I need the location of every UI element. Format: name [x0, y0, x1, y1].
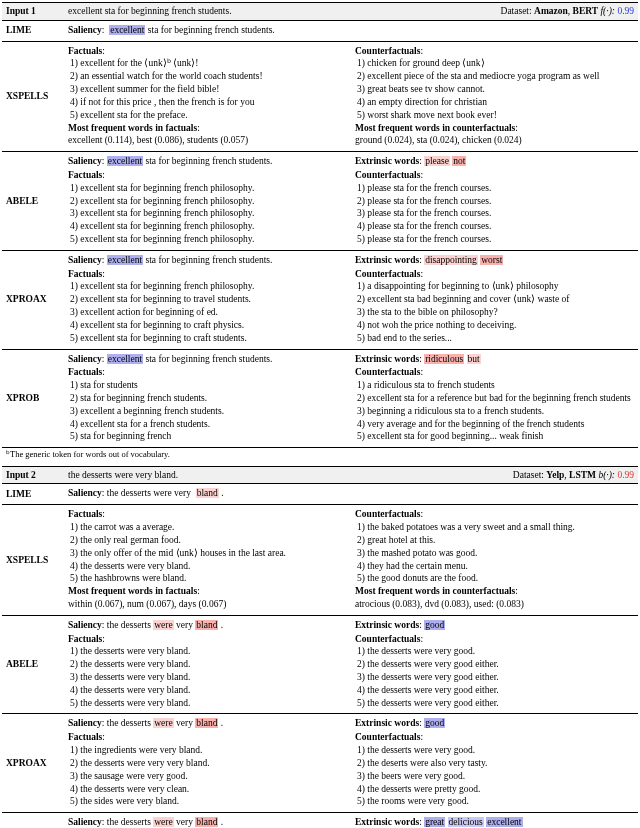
- list-cf: 1) the desserts were very good.2) the de…: [355, 744, 634, 808]
- list-cf: 1) a ridiculous sta to french students2)…: [355, 379, 634, 443]
- xprob1-left: Saliency: excellent sta for beginning fr…: [64, 349, 351, 448]
- list-item: 2) excellent sta for beginning french ph…: [68, 195, 347, 208]
- method-lime-2: LIME: [2, 484, 64, 505]
- list-item: 4) the desserts were very bland.: [68, 560, 347, 573]
- list-item: 5) bad end to the series...: [355, 332, 634, 345]
- list-fact: 1) the desserts were very bland.2) the d…: [68, 645, 347, 709]
- method-xproax-2: XPROAX: [2, 714, 64, 813]
- method-xprob-2: XPROB: [2, 813, 64, 828]
- list-item: 5) please sta for the french courses.: [355, 233, 634, 246]
- input1-meta: Dataset: Amazon, BERT f(·): 0.99: [351, 3, 638, 21]
- saliency-token: bland: [195, 718, 218, 728]
- list-item: 1) please sta for the french courses.: [355, 182, 634, 195]
- list-item: 4) if not for this price , then the fren…: [68, 96, 347, 109]
- list-item: 4) please sta for the french courses.: [355, 220, 634, 233]
- list-item: 1) sta for students: [68, 379, 347, 392]
- list-item: 2) excellent sta bad beginning and cover…: [355, 293, 634, 306]
- extrinsic-word: worst: [480, 255, 503, 265]
- list-item: 2) the deserts were also very tasty.: [355, 757, 634, 770]
- xspells1-left: Factuals: 1) excellent for the ⟨unk⟩ᵇ ⟨u…: [64, 41, 351, 152]
- list-item: 1) the desserts were very good.: [355, 645, 634, 658]
- input2-label: Input 2: [2, 466, 64, 484]
- list-item: 3) the sausage were very good.: [68, 770, 347, 783]
- list-fact: 1) excellent sta for beginning french ph…: [68, 280, 347, 344]
- list-item: 3) the desserts were very bland.: [68, 671, 347, 684]
- xprob2-right: Extrinsic words: great delicious excelle…: [351, 813, 638, 828]
- input2-meta: Dataset: Yelp, LSTM b(·): 0.99: [351, 466, 638, 484]
- list-item: 4) excellent sta for a french students.: [68, 418, 347, 431]
- method-abele-1: ABELE: [2, 152, 64, 251]
- list-item: 5) the hashbrowns were bland.: [68, 572, 347, 585]
- saliency-token: were: [153, 620, 173, 630]
- list-fact: 1) excellent sta for beginning french ph…: [68, 182, 347, 246]
- extrinsic-word: ridiculous: [424, 354, 464, 364]
- list-item: 2) great hotel at this.: [355, 534, 634, 547]
- saliency-token: .: [221, 817, 223, 827]
- table-1: Input 1 excellent sta for beginning fren…: [2, 2, 638, 462]
- list-item: 1) a ridiculous sta to french students: [355, 379, 634, 392]
- abele1-right: Extrinsic words: please not Counterfactu…: [351, 152, 638, 251]
- list-fact: 1) the ingredients were very bland.2) th…: [68, 744, 347, 808]
- extrinsic-word: not: [452, 156, 466, 166]
- list-item: 3) the only offer of the mid ⟨unk⟩ house…: [68, 547, 347, 560]
- list-item: 4) not woh the price nothing to deceivin…: [355, 319, 634, 332]
- list-item: 2) the desserts were very very bland.: [68, 757, 347, 770]
- list-item: 5) excellent sta for beginning to craft …: [68, 332, 347, 345]
- list-item: 4) an empty direction for christian: [355, 96, 634, 109]
- xspells2-left: Factuals: 1) the carrot was a average.2)…: [64, 505, 351, 616]
- extrinsic-word: good: [424, 620, 445, 630]
- list-fact: 1) excellent for the ⟨unk⟩ᵇ ⟨unk⟩!2) an …: [68, 57, 347, 121]
- list-item: 1) excellent sta for beginning french ph…: [68, 280, 347, 293]
- list-item: 4) the desserts were very good either.: [355, 684, 634, 697]
- abele1-left: Saliency: excellent sta for beginning fr…: [64, 152, 351, 251]
- xspells2-right: Counterfactuals: 1) the baked potatoes w…: [351, 505, 638, 616]
- list-item: 1) the carrot was a average.: [68, 521, 347, 534]
- method-xprob-1: XPROB: [2, 349, 64, 448]
- list-item: 4) excellent sta for beginning french ph…: [68, 220, 347, 233]
- list-item: 4) very average and for the beginning of…: [355, 418, 634, 431]
- list-item: 3) the beers were very good.: [355, 770, 634, 783]
- xspells1-right: Counterfactuals: 1) chicken for ground d…: [351, 41, 638, 152]
- saliency-token: .: [221, 718, 223, 728]
- list-item: 3) beginning a ridiculous sta to a frenc…: [355, 405, 634, 418]
- list-item: 3) great beats see tv show cannot.: [355, 83, 634, 96]
- extrinsic-word: great: [424, 817, 445, 827]
- list-item: 1) chicken for ground deep ⟨unk⟩: [355, 57, 634, 70]
- saliency-token: very: [176, 718, 193, 728]
- list-item: 1) excellent sta for beginning french ph…: [68, 182, 347, 195]
- xproax2-right: Extrinsic words: good Counterfactuals: 1…: [351, 714, 638, 813]
- method-lime-1: LIME: [2, 20, 64, 41]
- list-item: 5) excellent sta for beginning french ph…: [68, 233, 347, 246]
- list-item: 5) the sides were very bland.: [68, 795, 347, 808]
- extrinsic-word: good: [424, 718, 445, 728]
- list-item: 1) the desserts were very bland.: [68, 645, 347, 658]
- footnote: ᵇThe generic token for words out of voca…: [2, 448, 638, 462]
- list-item: 5) excellent sta for good beginning... w…: [355, 430, 634, 443]
- list-item: 5) sta for beginning french: [68, 430, 347, 443]
- saliency-token: very: [176, 620, 193, 630]
- list-item: 3) excellent a beginning french students…: [68, 405, 347, 418]
- xproax1-right: Extrinsic words: disappointing worst Cou…: [351, 250, 638, 349]
- input1-label: Input 1: [2, 3, 64, 21]
- saliency-token: the desserts: [107, 620, 151, 630]
- saliency-token: .: [221, 620, 223, 630]
- input1-text: excellent sta for beginning french stude…: [64, 3, 351, 21]
- extrinsic-word: please: [424, 156, 450, 166]
- list-item: 1) the ingredients were very bland.: [68, 744, 347, 757]
- list-cf: 1) please sta for the french courses.2) …: [355, 182, 634, 246]
- list-item: 3) excellent action for beginning of ed.: [68, 306, 347, 319]
- list-item: 3) the sta to the bible on philosophy?: [355, 306, 634, 319]
- list-item: 4) they had the certain menu.: [355, 560, 634, 573]
- saliency-token: were: [153, 718, 173, 728]
- method-xspells-2: XSPELLS: [2, 505, 64, 616]
- list-item: 3) excellent summer for the field bible!: [68, 83, 347, 96]
- table-2: Input 2 the desserts were very bland. Da…: [2, 466, 638, 828]
- list-cf: 1) the desserts were very good.2) the de…: [355, 645, 634, 709]
- list-item: 5) worst shark move next book ever!: [355, 109, 634, 122]
- saliency-token: very: [176, 817, 193, 827]
- list-fact: 1) the carrot was a average.2) the only …: [68, 521, 347, 585]
- list-item: 1) excellent for the ⟨unk⟩ᵇ ⟨unk⟩!: [68, 57, 347, 70]
- extrinsic-word: disappointing: [424, 255, 478, 265]
- lime2-content: Saliency: the desserts were very bland .: [64, 484, 638, 505]
- saliency-token: bland: [195, 817, 218, 827]
